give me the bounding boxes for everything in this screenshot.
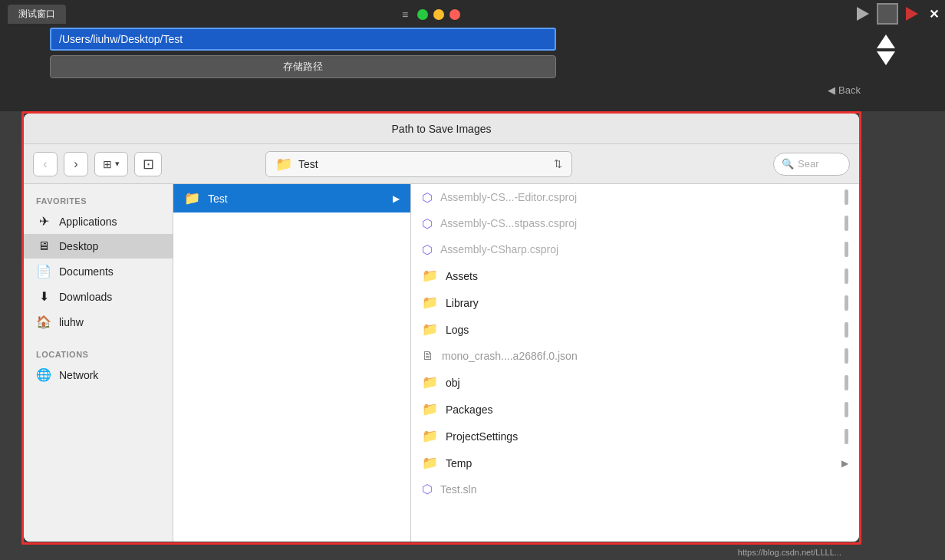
library-folder-icon: 📁 [422, 295, 438, 311]
back-button[interactable]: ◀ Back [828, 84, 861, 96]
folder-pane: 📁 Test ▶ [173, 184, 411, 542]
watermark: https://blog.csdn.net/LLLL... [738, 548, 841, 557]
location-folder-icon: 📁 [275, 156, 292, 173]
dialog-toolbar: ‹ › ⊞ ▾ ⊡ 📁 Test ⇅ 🔍 Sear [24, 144, 859, 184]
green-light[interactable] [417, 9, 428, 20]
down-triangle-icon [877, 51, 895, 65]
file-item-temp[interactable]: 📁 Temp ▶ [411, 450, 859, 476]
file-item-assets[interactable]: 📁 Assets [411, 262, 859, 289]
downloads-label: Downloads [59, 291, 112, 303]
network-label: Network [59, 369, 98, 381]
new-folder-button[interactable]: ⊡ [134, 152, 162, 176]
view-mode-button[interactable]: ⊞ ▾ [94, 152, 128, 176]
test-folder-arrow: ▶ [393, 193, 400, 204]
sidebar-item-desktop[interactable]: 🖥 Desktop [24, 234, 173, 259]
nav-forward-button[interactable]: › [64, 152, 88, 176]
temp-arrow-icon: ▶ [841, 458, 848, 469]
location-dropdown[interactable]: 📁 Test ⇅ [265, 151, 572, 177]
test-sln-name: Test.sln [440, 483, 848, 496]
mono-crash-name: mono_crash....a2686f.0.json [442, 350, 837, 362]
save-path-button[interactable]: 存储路径 [50, 55, 556, 78]
library-name: Library [446, 297, 837, 309]
logs-folder-icon: 📁 [422, 321, 438, 338]
mono-crash-icon: 🗎 [422, 349, 434, 363]
pause-icon[interactable] [877, 3, 898, 25]
file-item-project-settings[interactable]: 📁 ProjectSettings [411, 423, 859, 450]
file-item-test-sln[interactable]: ⬡ Test.sln [411, 476, 859, 502]
close-button[interactable]: ✕ [929, 7, 939, 21]
liuhw-label: liuhw [59, 316, 84, 328]
sidebar-item-documents[interactable]: 📄 Documents [24, 259, 173, 284]
network-icon: 🌐 [36, 367, 51, 382]
scrollbar-marker-9 [845, 402, 848, 417]
assembly-csharp-name: Assembly-CSharp.csproj [440, 243, 837, 255]
logs-name: Logs [446, 324, 837, 336]
sidebar-item-network[interactable]: 🌐 Network [24, 362, 173, 387]
assembly-stpass-name: Assembly-CS...stpass.csproj [440, 217, 837, 229]
temp-folder-icon: 📁 [422, 455, 438, 471]
traffic-lights [417, 9, 460, 20]
path-input[interactable] [50, 28, 556, 51]
nav-back-button[interactable]: ‹ [33, 152, 58, 176]
sidebar-item-downloads[interactable]: ⬇ Downloads [24, 284, 173, 309]
view-dropdown-arrow: ▾ [115, 159, 120, 169]
folder-item-test[interactable]: 📁 Test ▶ [173, 184, 410, 212]
up-triangle-icon [877, 35, 895, 48]
liuhw-icon: 🏠 [36, 315, 51, 329]
csproj-icon-3: ⬡ [422, 242, 433, 257]
file-pane: ⬡ Assembly-CS...-Editor.csproj ⬡ Assembl… [411, 184, 859, 542]
scrollbar-marker-1 [845, 189, 848, 205]
project-settings-name: ProjectSettings [446, 430, 837, 443]
play-icon[interactable] [852, 3, 874, 25]
file-item-packages[interactable]: 📁 Packages [411, 396, 859, 423]
sidebar-item-applications[interactable]: ✈ Applications [24, 209, 173, 234]
dialog-body: Favorites ✈ Applications 🖥 Desktop 📄 Doc… [24, 184, 859, 542]
location-label: Test [298, 158, 548, 170]
view-columns-icon: ⊞ [103, 158, 112, 170]
file-item-assembly-editor[interactable]: ⬡ Assembly-CS...-Editor.csproj [411, 184, 859, 210]
scrollbar-marker-2 [845, 216, 848, 231]
red-light[interactable] [449, 9, 460, 20]
scrollbar-marker-6 [845, 322, 848, 338]
file-item-logs[interactable]: 📁 Logs [411, 316, 859, 343]
downloads-icon: ⬇ [36, 289, 51, 304]
dialog-header: Path to Save Images [24, 114, 859, 144]
applications-label: Applications [59, 216, 117, 228]
search-icon: 🔍 [782, 158, 794, 170]
obj-folder-icon: 📁 [422, 374, 438, 390]
back-arrow-icon: ◀ [828, 84, 835, 96]
yellow-light[interactable] [433, 9, 444, 20]
scrollbar-marker-7 [845, 348, 848, 364]
dialog-title: Path to Save Images [392, 123, 492, 135]
csproj-icon-2: ⬡ [422, 216, 433, 231]
test-folder-icon: 📁 [184, 190, 200, 206]
scrollbar-marker-8 [845, 375, 848, 390]
csproj-icon-1: ⬡ [422, 190, 433, 205]
assembly-editor-name: Assembly-CS...-Editor.csproj [440, 191, 837, 203]
file-item-assembly-stpass[interactable]: ⬡ Assembly-CS...stpass.csproj [411, 210, 859, 236]
applications-icon: ✈ [36, 214, 51, 229]
file-item-mono-crash[interactable]: 🗎 mono_crash....a2686f.0.json [411, 343, 859, 369]
test-folder-name: Test [208, 193, 385, 205]
new-folder-icon: ⊡ [143, 156, 154, 173]
stop-icon[interactable] [901, 3, 923, 25]
obj-name: obj [446, 377, 837, 389]
file-item-library[interactable]: 📁 Library [411, 289, 859, 316]
packages-name: Packages [446, 404, 837, 416]
sidebar: Favorites ✈ Applications 🖥 Desktop 📄 Doc… [24, 184, 173, 542]
file-item-obj[interactable]: 📁 obj [411, 369, 859, 396]
desktop-icon: 🖥 [36, 239, 51, 253]
sidebar-item-liuhw[interactable]: 🏠 liuhw [24, 309, 173, 334]
file-dialog: Path to Save Images ‹ › ⊞ ▾ ⊡ 📁 Test ⇅ 🔍 [24, 114, 859, 542]
project-settings-folder-icon: 📁 [422, 428, 438, 444]
file-item-assembly-csharp[interactable]: ⬡ Assembly-CSharp.csproj [411, 236, 859, 262]
search-box[interactable]: 🔍 Sear [773, 153, 850, 176]
window-tab[interactable]: 测试窗口 [8, 5, 66, 24]
locations-section-label: Locations [24, 347, 173, 362]
location-arrows-icon: ⇅ [554, 158, 562, 170]
documents-label: Documents [59, 265, 114, 278]
menu-icon[interactable]: ≡ [402, 8, 408, 21]
search-text: Sear [798, 158, 818, 170]
assets-name: Assets [446, 270, 837, 282]
favorites-section-label: Favorites [24, 193, 173, 209]
